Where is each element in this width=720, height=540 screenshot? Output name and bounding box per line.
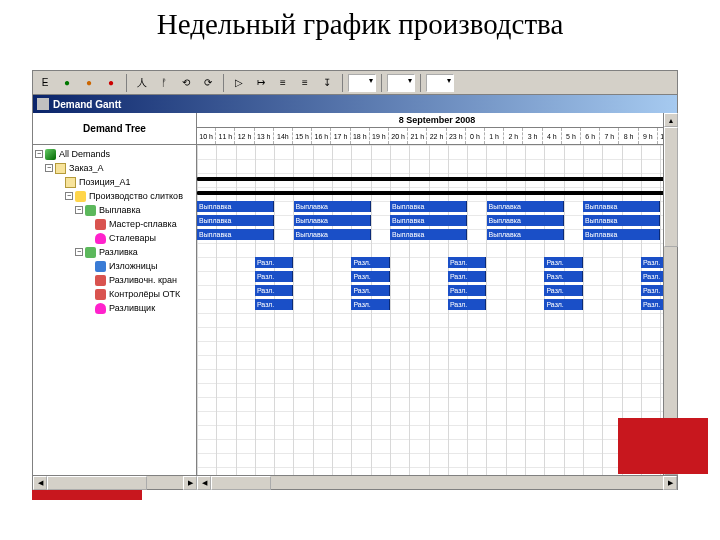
gantt-bar[interactable]: Выплавка [197, 201, 274, 212]
toolbar-separator [223, 74, 224, 92]
tree-row[interactable]: −Производство слитков [35, 189, 194, 203]
tree-row[interactable]: Разливочн. кран [35, 273, 194, 287]
gantt-bar[interactable]: Выплавка [390, 215, 467, 226]
gantt-grid[interactable]: 8 September 2008 10 h11 h12 h13 h14h15 h… [197, 113, 677, 475]
toolbar-button[interactable]: ● [79, 73, 99, 93]
tree-node-icon [95, 219, 106, 230]
gantt-bar[interactable]: Выплавка [390, 229, 467, 240]
horizontal-scrollbar-area: ◀ ▶ ◀ ▶ [33, 475, 677, 489]
scroll-left-button[interactable]: ◀ [33, 476, 47, 490]
window-icon [37, 98, 49, 110]
gantt-bar[interactable]: Разл. [351, 271, 390, 282]
tree-node-icon [65, 177, 76, 188]
gantt-bar[interactable]: Разл. [448, 271, 487, 282]
tree-node-icon [55, 163, 66, 174]
hour-cell: 10 h [197, 128, 216, 144]
gantt-bar[interactable]: Выплавка [487, 201, 564, 212]
expand-toggle[interactable]: − [35, 150, 43, 158]
tree-row[interactable]: Мастер-сплавка [35, 217, 194, 231]
gantt-bar[interactable]: Выплавка [487, 229, 564, 240]
toolbar-button[interactable]: ● [57, 73, 77, 93]
summary-bar[interactable] [197, 191, 677, 195]
toolbar-button[interactable]: ᚠ [154, 73, 174, 93]
scroll-right-button[interactable]: ▶ [663, 476, 677, 490]
toolbar-button[interactable]: ≡ [295, 73, 315, 93]
gantt-bar[interactable]: Разл. [351, 299, 390, 310]
gantt-bar[interactable]: Выплавка [197, 215, 274, 226]
toolbar-button[interactable]: ● [101, 73, 121, 93]
scroll-left-button[interactable]: ◀ [197, 476, 211, 490]
gantt-bar[interactable]: Разл. [351, 257, 390, 268]
gantt-bar[interactable]: Выплавка [583, 201, 660, 212]
scroll-up-button[interactable]: ▲ [664, 113, 678, 127]
tree-row[interactable]: Изложницы [35, 259, 194, 273]
gantt-bar[interactable]: Выплавка [390, 201, 467, 212]
gantt-bar[interactable]: Выплавка [294, 229, 371, 240]
toolbar-button[interactable]: 人 [132, 73, 152, 93]
gantt-bar[interactable]: Разл. [351, 285, 390, 296]
tree-node-icon [95, 275, 106, 286]
toolbar-button[interactable]: ⟲ [176, 73, 196, 93]
tree-node-icon [45, 149, 56, 160]
hour-cell: 22 h [427, 128, 446, 144]
gantt-bar[interactable]: Разл. [544, 299, 583, 310]
gantt-bar[interactable]: Разл. [544, 271, 583, 282]
tree-row[interactable]: Позиция_A1 [35, 175, 194, 189]
gantt-bar[interactable]: Разл. [544, 285, 583, 296]
hour-cell: 7 h [600, 128, 619, 144]
scroll-h-thumb-right[interactable] [211, 476, 271, 490]
gantt-bar[interactable]: Выплавка [583, 215, 660, 226]
scroll-h-thumb-left[interactable] [47, 476, 147, 490]
toolbar-button[interactable]: ↦ [251, 73, 271, 93]
gantt-bar[interactable]: Разл. [255, 285, 294, 296]
grid-hscroll[interactable]: ◀ ▶ [197, 476, 677, 490]
expand-toggle[interactable]: − [45, 164, 53, 172]
gantt-bar[interactable]: Выплавка [294, 201, 371, 212]
toolbar-button[interactable]: E [35, 73, 55, 93]
tree-node-label: Выплавка [99, 203, 141, 217]
hour-cell: 5 h [562, 128, 581, 144]
expand-toggle[interactable]: − [75, 206, 83, 214]
expand-toggle[interactable]: − [75, 248, 83, 256]
toolbar-button[interactable]: ↧ [317, 73, 337, 93]
toolbar-select[interactable] [426, 74, 454, 92]
gantt-bar[interactable]: Разл. [255, 271, 294, 282]
hour-header: 10 h11 h12 h13 h14h15 h16 h17 h18 h19 h2… [197, 128, 677, 145]
toolbar: E●●●人ᚠ⟲⟳▷↦≡≡↧ [33, 71, 677, 95]
gantt-bar[interactable]: Выплавка [487, 215, 564, 226]
gantt-bar[interactable]: Выплавка [294, 215, 371, 226]
toolbar-select[interactable] [387, 74, 415, 92]
toolbar-separator [420, 74, 421, 92]
demand-tree[interactable]: −All Demands−Заказ_AПозиция_A1−Производс… [33, 145, 196, 317]
gantt-bar[interactable]: Разл. [544, 257, 583, 268]
toolbar-select[interactable] [348, 74, 376, 92]
tree-row[interactable]: Разливщик [35, 301, 194, 315]
tree-row[interactable]: −Выплавка [35, 203, 194, 217]
toolbar-button[interactable]: ▷ [229, 73, 249, 93]
tree-row[interactable]: −All Demands [35, 147, 194, 161]
expand-toggle[interactable]: − [65, 192, 73, 200]
tree-row[interactable]: −Заказ_A [35, 161, 194, 175]
grid-body[interactable]: ВыплавкаВыплавкаВыплавкаВыплавкаВыплавка… [197, 145, 677, 475]
tree-node-icon [85, 205, 96, 216]
toolbar-button[interactable]: ≡ [273, 73, 293, 93]
tree-row[interactable]: Сталевары [35, 231, 194, 245]
gantt-bar[interactable]: Выплавка [197, 229, 274, 240]
toolbar-separator [126, 74, 127, 92]
scroll-right-button[interactable]: ▶ [183, 476, 197, 490]
gantt-bar[interactable]: Выплавка [583, 229, 660, 240]
gantt-bar[interactable]: Разл. [448, 299, 487, 310]
summary-bar[interactable] [197, 177, 677, 181]
tree-hscroll[interactable]: ◀ ▶ [33, 476, 197, 490]
gantt-bar[interactable]: Разл. [255, 257, 294, 268]
gantt-bar[interactable]: Разл. [448, 257, 487, 268]
tree-row[interactable]: −Разливка [35, 245, 194, 259]
toolbar-button[interactable]: ⟳ [198, 73, 218, 93]
gantt-bar[interactable]: Разл. [448, 285, 487, 296]
tree-row[interactable]: Контролёры ОТК [35, 287, 194, 301]
tree-node-icon [95, 261, 106, 272]
scroll-v-thumb[interactable] [664, 127, 678, 247]
gantt-bar[interactable]: Разл. [255, 299, 294, 310]
window-titlebar: Demand Gantt [33, 95, 677, 113]
hour-cell: 3 h [523, 128, 542, 144]
